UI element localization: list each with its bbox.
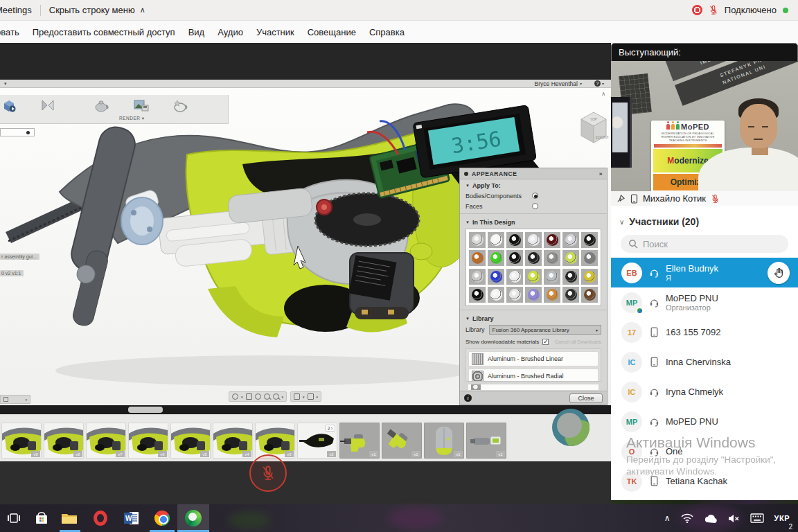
onedrive-icon[interactable] [704, 514, 718, 523]
display-settings-icon[interactable] [294, 393, 300, 400]
material-swatch[interactable] [469, 232, 486, 248]
radio-unselected[interactable] [532, 203, 538, 209]
version-thumbnail[interactable]: v1 [466, 423, 506, 459]
chevron-down-icon[interactable]: ▾ [4, 81, 7, 87]
material-swatch[interactable] [488, 232, 504, 248]
touch-keyboard-icon[interactable] [750, 513, 764, 523]
zoom-window-icon[interactable] [264, 393, 270, 400]
speaker-video[interactable]: НАЦІОНАЛЬНІМЕНІ ВАСИЛЯ С STEFANYK PRNATI… [611, 61, 798, 206]
browser-tree-label[interactable]: r assembly gui... [0, 254, 39, 260]
material-swatch[interactable] [506, 269, 523, 285]
participant-row[interactable]: 17 163 155 7092 [611, 317, 798, 347]
material-swatch[interactable] [581, 250, 598, 266]
material-list-item-partial[interactable] [468, 384, 599, 391]
version-thumbnail[interactable]: v6 [128, 423, 168, 459]
chrome-button[interactable] [154, 510, 170, 526]
look-at-icon[interactable] [255, 393, 261, 400]
toolbar-collapse-icon[interactable]: ∧ [601, 91, 605, 97]
menu-item[interactable]: Предоставить совместный доступ [33, 27, 175, 37]
panel-expand-icon[interactable]: » [599, 170, 603, 177]
orbit-icon[interactable] [232, 393, 238, 400]
tray-expand-icon[interactable]: ∧ [664, 513, 671, 523]
horizontal-scrollbar[interactable] [128, 407, 163, 413]
material-swatch[interactable] [544, 250, 560, 266]
material-swatch[interactable] [469, 269, 486, 285]
material-swatch[interactable] [506, 232, 523, 248]
file-explorer-button[interactable] [61, 510, 78, 526]
browser-tree-label[interactable]: 0 v2 v1:1 [0, 270, 24, 276]
material-swatch[interactable] [469, 287, 486, 303]
material-swatch[interactable] [525, 287, 542, 303]
participant-row[interactable]: TK Tetiana Kachak [611, 466, 798, 496]
version-thumbnail[interactable]: v9 [1, 423, 42, 459]
participant-row[interactable]: O One [611, 436, 798, 466]
menu-item[interactable]: овать [0, 27, 19, 37]
mic-muted-icon[interactable] [709, 5, 718, 15]
capture-image-icon[interactable] [40, 98, 55, 113]
material-swatch[interactable] [525, 232, 542, 248]
task-view-button[interactable] [6, 510, 22, 526]
material-list-item[interactable]: Aluminum - Brushed Linear [468, 351, 598, 366]
version-thumbnail[interactable]: v8 [44, 423, 84, 459]
participant-row[interactable]: IC Iryna Chmelyk [611, 377, 798, 407]
microsoft-store-button[interactable] [33, 510, 50, 526]
volume-muted-icon[interactable] [728, 513, 740, 524]
material-swatch[interactable] [581, 269, 598, 285]
appearance-panel-header[interactable]: APPEARANCE » [460, 168, 607, 179]
material-swatch[interactable] [506, 250, 523, 266]
material-swatch[interactable] [581, 287, 598, 303]
recording-icon[interactable] [692, 5, 702, 15]
layout-grid-icon[interactable] [308, 393, 314, 400]
menu-item[interactable]: Аудио [218, 27, 243, 37]
material-swatch[interactable] [488, 269, 504, 285]
participant-row[interactable]: EB Ellen Budnyk Я [611, 258, 798, 287]
menu-item[interactable]: Вид [188, 27, 205, 37]
version-thumbnail[interactable]: v3 [255, 423, 295, 459]
render-settings-teapot-icon[interactable] [172, 98, 188, 113]
apply-to-bodies-row[interactable]: Bodies/Components [460, 190, 607, 201]
material-swatch[interactable] [562, 269, 579, 285]
browser-toggle-box[interactable]: ▾ [0, 395, 30, 404]
library-dropdown[interactable]: Fusion 360 Appearance Library▾ [489, 325, 601, 335]
participant-row[interactable]: IC Inna Chervinska [611, 347, 798, 377]
browser-search-field[interactable] [0, 128, 35, 136]
checkbox-checked[interactable] [542, 339, 549, 345]
pin-icon[interactable] [617, 194, 626, 203]
speaker-label-bar[interactable]: Выступающий: [611, 43, 798, 61]
participants-header[interactable]: ∨ Участники (20) [619, 216, 798, 227]
fusion-account-menu[interactable]: Bryce Heventhal ▾ [535, 80, 582, 87]
material-swatch[interactable] [506, 287, 523, 303]
pan-icon[interactable] [246, 393, 252, 400]
material-swatch[interactable] [562, 250, 579, 266]
language-indicator[interactable]: УКР [774, 514, 790, 522]
version-thumbnail[interactable]: v1 [424, 423, 464, 459]
clock-partial[interactable]: 2 [788, 523, 792, 531]
help-icon[interactable]: ? [594, 80, 601, 87]
material-swatch[interactable] [525, 250, 542, 266]
render-teapot-icon[interactable] [93, 98, 109, 113]
opera-button[interactable] [92, 510, 109, 526]
word-button[interactable]: W [123, 510, 140, 526]
radio-selected[interactable] [532, 193, 538, 199]
version-thumbnail[interactable]: v7 [86, 423, 126, 459]
material-swatch[interactable] [581, 232, 598, 248]
hide-menu-button[interactable]: Скрыть строку меню ∧ [49, 5, 145, 15]
participant-row[interactable]: MP MoPED PNU Организат [611, 287, 798, 317]
webex-button[interactable] [185, 510, 202, 526]
material-swatch[interactable] [562, 232, 579, 248]
view-cube[interactable]: TOP FRONT [576, 109, 611, 146]
raised-hand-button[interactable] [768, 262, 790, 284]
material-swatch[interactable] [488, 250, 504, 266]
version-thumbnail[interactable]: v5 [170, 423, 211, 459]
material-swatch[interactable] [525, 269, 542, 285]
material-swatch[interactable] [544, 269, 560, 285]
material-list-item[interactable]: Aluminum - Brushed Radial [468, 369, 598, 382]
menu-item[interactable]: Справка [369, 27, 405, 37]
version-thumbnail[interactable]: v1 [339, 423, 380, 459]
material-swatch[interactable] [544, 232, 560, 248]
info-icon[interactable]: i [464, 394, 472, 402]
in-canvas-render-icon[interactable] [1, 98, 17, 113]
render-gallery-icon[interactable] [133, 98, 150, 113]
close-button[interactable]: Close [569, 393, 603, 403]
version-thumbnail[interactable]: v4 [213, 423, 253, 459]
